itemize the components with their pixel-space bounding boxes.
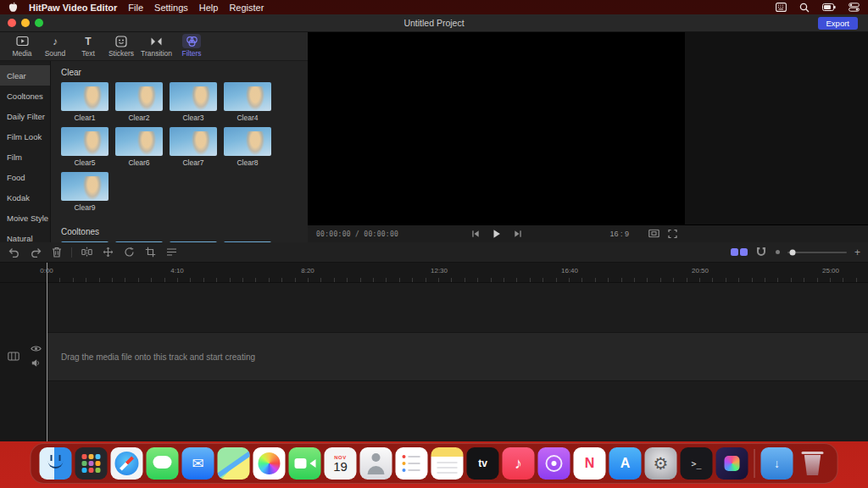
filter-label: Clear1 [74, 114, 95, 122]
filter-item[interactable]: Clear8 [224, 127, 271, 167]
menu-item-file[interactable]: File [128, 3, 143, 13]
dock-icon-podcasts[interactable] [538, 447, 570, 480]
sidebar-item-film[interactable]: Film [0, 147, 50, 167]
tab-sound[interactable]: ♪ Sound [42, 34, 69, 58]
search-icon[interactable] [799, 3, 810, 13]
filter-item[interactable]: Clear3 [170, 82, 217, 122]
dock-icon-notes[interactable] [431, 447, 464, 480]
dock-icon-app-store[interactable]: A [609, 447, 642, 480]
battery-icon[interactable] [822, 3, 836, 11]
sidebar-item-film-look[interactable]: Film Look [0, 126, 50, 147]
zoom-button[interactable] [35, 19, 43, 27]
sidebar-item-food[interactable]: Food [0, 167, 50, 187]
filter-item[interactable]: Clear6 [115, 127, 163, 167]
crop-icon[interactable] [144, 246, 157, 258]
preview-size-icon[interactable] [648, 230, 659, 239]
dock-icon-safari[interactable] [111, 447, 143, 480]
minimize-button[interactable] [21, 19, 30, 27]
filter-item[interactable]: Clear2 [115, 82, 163, 122]
filters-icon [182, 34, 201, 48]
filter-thumbnail[interactable] [61, 127, 108, 156]
ripple-toggle-icon[interactable] [731, 248, 748, 256]
dock-icon-launchpad[interactable] [75, 447, 108, 480]
previous-frame-icon[interactable] [469, 228, 481, 241]
dock-icon-system-settings[interactable]: ⚙ [645, 447, 677, 480]
menu-item-help[interactable]: Help [199, 3, 219, 13]
close-button[interactable] [8, 19, 16, 27]
dock-icon-trash[interactable] [797, 447, 829, 480]
redo-icon[interactable] [29, 246, 42, 258]
filter-label: Clear5 [74, 158, 95, 167]
playhead[interactable] [47, 263, 47, 441]
filter-thumbnail[interactable] [61, 82, 108, 111]
filter-item[interactable]: Clear7 [170, 127, 217, 167]
section-title: Clear [61, 68, 308, 77]
filter-thumbnail[interactable] [224, 127, 271, 156]
dock-icon-contacts[interactable] [360, 447, 392, 480]
apple-menu-icon[interactable] [8, 2, 18, 13]
main-video-track[interactable]: Drag the media file onto this track and … [0, 332, 868, 381]
sidebar-item-kodak[interactable]: Kodak [0, 187, 50, 208]
zoom-slider-knob[interactable] [789, 249, 795, 255]
dock-icon-hitpaw[interactable] [716, 447, 748, 480]
sidebar-item-clear[interactable]: Clear [0, 65, 50, 86]
timeline-zoom-slider[interactable] [787, 252, 847, 253]
menu-item-register[interactable]: Register [229, 3, 264, 13]
dock-icon-mail[interactable]: ✉ [182, 447, 214, 480]
transform-icon[interactable] [102, 246, 114, 258]
filter-item[interactable]: Clear9 [61, 172, 108, 212]
tab-filters[interactable]: Filters [178, 34, 205, 58]
timeline-section: + 0:00 4:10 8:20 12:30 16:40 20:50 25:00… [0, 242, 868, 441]
dock-icon-music[interactable]: ♪ [503, 447, 535, 480]
tab-media[interactable]: Media [8, 34, 36, 58]
dock-icon-photos[interactable] [253, 447, 286, 480]
play-icon[interactable] [490, 228, 503, 241]
delete-icon[interactable] [50, 246, 63, 258]
split-icon[interactable] [81, 246, 93, 258]
rotate-icon[interactable] [123, 246, 136, 258]
calendar-day: 19 [333, 460, 348, 474]
filter-thumbnail[interactable] [115, 82, 163, 111]
app-menu[interactable]: HitPaw Video Editor [29, 3, 117, 13]
input-source-icon[interactable] [776, 3, 787, 12]
tab-stickers[interactable]: Stickers [108, 34, 135, 58]
magnet-snap-icon[interactable] [755, 246, 768, 258]
filter-thumbnail[interactable] [170, 82, 217, 111]
track-mute-icon[interactable] [31, 358, 41, 368]
undo-icon[interactable] [8, 246, 20, 258]
sidebar-item-cooltones[interactable]: Cooltones [0, 86, 50, 106]
track-visibility-icon[interactable] [31, 345, 42, 352]
dock-icon-messages[interactable] [147, 447, 179, 480]
tab-transition[interactable]: Transition [141, 34, 172, 58]
sidebar-item-daily-filter[interactable]: Daily Filter [0, 106, 50, 126]
timeline-ruler[interactable]: 0:00 4:10 8:20 12:30 16:40 20:50 25:00 [0, 263, 868, 283]
window-title: Untitled Project [0, 18, 868, 28]
dock-icon-apple-tv[interactable]: tv [467, 447, 499, 480]
filter-thumbnail[interactable] [224, 82, 271, 111]
filter-item[interactable]: Clear5 [61, 127, 108, 167]
next-frame-icon[interactable] [511, 228, 524, 241]
dock-icon-calendar[interactable]: NOV 19 [325, 447, 357, 480]
dock-icon-reminders[interactable] [396, 447, 428, 480]
zoom-in-icon[interactable]: + [854, 247, 860, 258]
dock-icon-terminal[interactable]: >_ [681, 447, 713, 480]
dock-icon-downloads[interactable]: ↓ [761, 447, 793, 480]
aspect-ratio-select[interactable]: 16 : 9 [609, 230, 629, 238]
dock-icon-maps[interactable] [218, 447, 250, 480]
keyframe-list-icon[interactable] [165, 246, 178, 258]
filter-thumbnail[interactable] [170, 127, 217, 156]
tab-text[interactable]: T Text [75, 34, 102, 58]
zoom-out-dot-icon[interactable] [776, 250, 780, 254]
fullscreen-icon[interactable] [668, 230, 677, 239]
filter-item[interactable]: Clear1 [61, 82, 108, 122]
dock-icon-news[interactable]: N [574, 447, 606, 480]
menu-item-settings[interactable]: Settings [154, 3, 188, 13]
dock-icon-facetime[interactable] [289, 447, 321, 480]
sidebar-item-moive-style[interactable]: Moive Style [0, 208, 50, 228]
control-center-icon[interactable] [849, 3, 860, 12]
dock-icon-finder[interactable] [40, 447, 72, 480]
filter-thumbnail[interactable] [61, 172, 108, 201]
filter-item[interactable]: Clear4 [224, 82, 271, 122]
export-button[interactable]: Export [818, 17, 858, 30]
filter-thumbnail[interactable] [115, 127, 163, 156]
